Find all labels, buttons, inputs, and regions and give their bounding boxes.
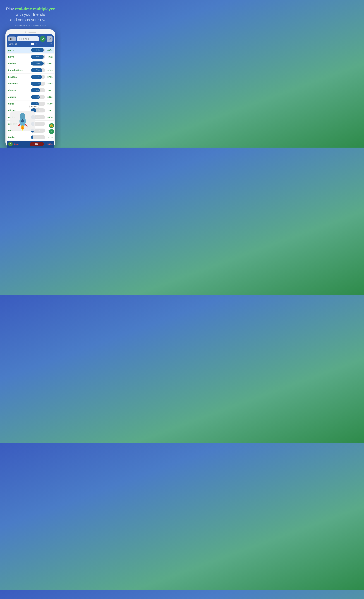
emoji-icon: 😊 [50, 124, 53, 127]
pct-value: 35.09 [45, 103, 52, 105]
bar-value: 799 [36, 69, 40, 71]
word-label: naive [8, 49, 31, 51]
bar-container: 296 [31, 115, 45, 119]
r-avatar-label: R [51, 130, 52, 133]
bar-container: 904 [31, 55, 45, 59]
pct-value: 33.16 [45, 116, 52, 118]
table-row: timid 189 32.54 [7, 127, 54, 134]
bar-value: 189 [36, 130, 40, 132]
team-avatar-label: F [10, 143, 11, 145]
word-label: pettier [8, 116, 31, 118]
pct-value: 35.87 [45, 89, 52, 92]
num-value: 2 [10, 38, 11, 40]
dropdown-arrow-icon: ▼ [12, 38, 14, 40]
table-row: arrogant [7, 121, 54, 127]
bar-container: 900 [31, 62, 45, 66]
header-subtitle: this feature is for subscribers only [6, 25, 55, 27]
bar-container: 122 [31, 135, 45, 139]
bar-container: 379 [31, 108, 45, 113]
tooltip-name: Robert [32, 106, 38, 107]
header-section: Play real-time multiplayer with your fri… [2, 3, 59, 29]
team-bar-value: 996 [35, 143, 38, 145]
word-label: falseness [8, 82, 31, 85]
search-box[interactable]: Test a word [17, 36, 39, 41]
table-row: pettier 296 33.16 [7, 114, 54, 121]
table-row: clumsy 632 35.87 [7, 87, 54, 94]
team-pct: 54.53 [45, 143, 52, 145]
pct-value: 37.61 [45, 76, 52, 78]
bar-value: 904 [36, 56, 40, 58]
bar-value: 904 [36, 49, 40, 51]
bar-container: 716 [31, 82, 45, 86]
bar-value: 627 [36, 96, 40, 98]
word-label: timid [8, 129, 31, 132]
pct-value: 33.61 [45, 109, 52, 112]
robert-tooltip: ⊞ Robert [29, 105, 39, 108]
table-row: tactile 122 32.19 [7, 134, 54, 141]
pct-value: 32.19 [45, 136, 52, 139]
table-row: cliches ⊞ Robert 379 33.61 [7, 107, 54, 114]
pct-value: 40.54 [45, 62, 52, 65]
refresh-button[interactable]: ↺ [40, 36, 46, 42]
team-bar: F Team 1 996 54.53 [7, 141, 54, 148]
table-row: imperfections 799 37.99 [7, 67, 54, 74]
bar-container: 774 [31, 75, 45, 79]
word-list: naive 904 40.72 naive 904 40.72 shallow [7, 47, 54, 141]
bar-value: 774 [36, 76, 40, 78]
bar-value: 296 [36, 116, 40, 118]
phone-speaker [28, 32, 36, 33]
emoji-avatar: 😊 [49, 123, 54, 128]
word-label: egoism [8, 96, 31, 98]
num-selector[interactable]: 2 ▼ [8, 36, 16, 41]
table-row: practical 774 37.61 [7, 74, 54, 80]
word-label: cliches [8, 109, 31, 112]
team-name: Team 1 [14, 143, 28, 145]
table-row: naive 904 40.72 [7, 47, 54, 53]
search-placeholder: Test a word [18, 38, 29, 40]
pct-label: % [51, 43, 52, 45]
word-count-label: words · 16 [8, 43, 17, 45]
word-label: naive [8, 55, 31, 58]
bar-value: 900 [36, 62, 40, 65]
header-bold: real-time multiplayer [15, 7, 55, 11]
phone-top-bar [7, 32, 54, 33]
bar-value: 122 [36, 136, 40, 138]
word-label: smug [8, 103, 31, 105]
settings-button[interactable]: ⊙ [47, 36, 52, 42]
pct-value: 40.72 [45, 56, 52, 58]
word-label: imperfections [8, 69, 31, 71]
bar-container: 189 [31, 129, 45, 132]
team-bar-pill: 996 [30, 142, 44, 146]
settings-icon: ⊙ [49, 37, 51, 41]
phone-frame: 2 ▼ Test a word ↺ ⊙ words · 16 [5, 29, 55, 148]
user-icon: ⊞ [31, 106, 32, 107]
phone-camera [25, 32, 26, 33]
table-meta: words · 16 % [8, 42, 52, 45]
table-row: falseness 716 36.82 [7, 80, 54, 87]
pct-value: 40.72 [45, 49, 52, 51]
bar-value: 554 [36, 103, 40, 105]
header-title: Play real-time multiplayer with your fri… [6, 6, 55, 23]
word-label: arrogant [8, 123, 31, 125]
pct-value: 36.82 [45, 82, 52, 85]
bar-container: 799 [31, 68, 45, 72]
table-row: naive 904 40.72 [7, 53, 54, 60]
bar-container: 632 [31, 88, 45, 92]
app-content: 2 ▼ Test a word ↺ ⊙ words · 16 [7, 34, 54, 148]
bar-wrapper: ⊞ Robert 379 [31, 108, 45, 113]
toggle-switch[interactable] [31, 43, 36, 45]
bar-container [31, 122, 45, 126]
pct-value: 35.82 [45, 96, 52, 98]
app-toolbar: 2 ▼ Test a word ↺ ⊙ [8, 36, 52, 42]
word-label: tactile [8, 136, 31, 139]
bar-container: 904 [31, 48, 45, 52]
pct-value: 37.99 [45, 69, 52, 71]
word-label: clumsy [8, 89, 31, 92]
team-avatar: F [8, 142, 13, 146]
refresh-icon: ↺ [42, 37, 44, 41]
bar-value: 632 [36, 89, 40, 91]
r-avatar: R [49, 129, 54, 134]
bar-container: 627 [31, 95, 45, 99]
bar-value: 379 [36, 109, 40, 112]
table-row: egoism 627 35.82 [7, 94, 54, 100]
